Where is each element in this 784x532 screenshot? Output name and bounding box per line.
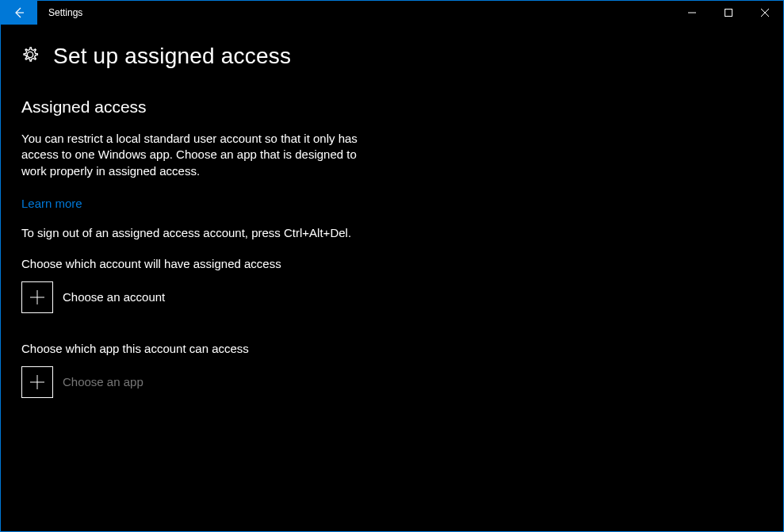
section-title: Assigned access: [21, 98, 763, 117]
content-area: Set up assigned access Assigned access Y…: [1, 25, 783, 446]
choose-app-text: Choose an app: [63, 375, 143, 388]
svg-rect-2: [725, 10, 732, 17]
arrow-left-icon: [13, 6, 25, 19]
back-button[interactable]: [1, 1, 37, 25]
window-controls: [674, 1, 783, 25]
plus-box: [21, 281, 53, 313]
window-title: Settings: [37, 1, 674, 25]
plus-icon: [30, 290, 44, 304]
maximize-icon: [725, 9, 732, 17]
choose-app-label: Choose which app this account can access: [21, 342, 763, 355]
plus-icon: [30, 375, 44, 389]
choose-account-label: Choose which account will have assigned …: [21, 257, 763, 270]
description-text: You can restrict a local standard user a…: [21, 131, 362, 179]
page-header: Set up assigned access: [21, 44, 763, 69]
titlebar: Settings: [1, 1, 783, 25]
choose-account-text: Choose an account: [63, 290, 165, 304]
learn-more-link[interactable]: Learn more: [21, 197, 82, 210]
gear-icon: [21, 46, 39, 67]
minimize-icon: [688, 9, 696, 17]
minimize-button[interactable]: [674, 1, 710, 25]
plus-box: [21, 366, 53, 398]
choose-account-button[interactable]: Choose an account: [21, 281, 763, 313]
choose-app-button: Choose an app: [21, 366, 763, 398]
close-button[interactable]: [747, 1, 783, 25]
signout-instructions: To sign out of an assigned access accoun…: [21, 226, 763, 239]
page-title: Set up assigned access: [53, 44, 291, 69]
maximize-button[interactable]: [710, 1, 747, 25]
close-icon: [761, 9, 769, 17]
